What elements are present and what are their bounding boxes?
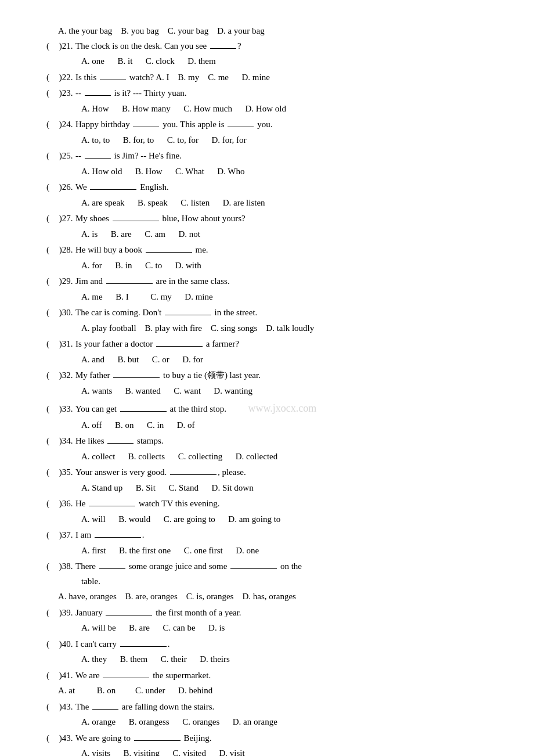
q38-options: A. have, oranges B. are, oranges C. is, …: [46, 589, 499, 604]
question-41: ( )41. We are the supermarket. A. at B. …: [46, 668, 499, 699]
question-37: ( )37. I am . A. first B. the first one …: [46, 528, 499, 558]
q39-num: )39.: [57, 606, 75, 621]
q39-options: A. will be B. are C. can be D. is: [46, 621, 499, 636]
q29-paren: (: [46, 274, 57, 289]
q26-paren: (: [46, 180, 57, 195]
q43b-num: )43.: [57, 731, 75, 746]
q27-options: A. is B. are C. am D. not: [46, 227, 499, 242]
q37-num: )37.: [57, 528, 75, 543]
q41-options: A. at B. on C. under D. behind: [46, 683, 499, 699]
question-30: ( )30. The car is coming. Don't in the s…: [46, 305, 499, 336]
q34-num: )34.: [57, 434, 75, 449]
q22-text: Is this watch? A. I B. my C. me D. mine: [75, 70, 270, 85]
q35-options: A. Stand up B. Sit C. Stand D. Sit down: [46, 481, 499, 496]
question-43a: ( )43. The are falling down the stairs. …: [46, 700, 499, 730]
q43a-num: )43.: [57, 700, 75, 715]
q32-text: My father to buy a tie (领带) last year.: [75, 368, 261, 383]
q21-text: The clock is on the desk. Can you see ?: [75, 39, 241, 54]
question-32: ( )32. My father to buy a tie (领带) last …: [46, 368, 499, 398]
q36-text: He watch TV this evening.: [75, 496, 219, 512]
question-33: ( )33. You can get at the third stop. ww…: [46, 399, 499, 433]
q21-paren: (: [46, 39, 57, 54]
q33-options: A. off B. on C. in D. of: [46, 418, 499, 433]
question-43b: ( )43. We are going to Beijing. A. visit…: [46, 731, 499, 756]
q28-paren: (: [46, 243, 57, 258]
q22-paren: (: [46, 70, 57, 85]
q43b-options: A. visits B. visiting C. visited D. visi…: [46, 746, 499, 756]
q41-paren: (: [46, 668, 57, 683]
q43a-paren: (: [46, 700, 57, 715]
q33-text: You can get at the third stop. www.jxocx…: [75, 399, 316, 417]
q24-text: Happy birthday you. This apple is you.: [75, 117, 272, 132]
question-36: ( )36. He watch TV this evening. A. will…: [46, 496, 499, 527]
q27-num: )27.: [57, 211, 75, 226]
question-27: ( )27. My shoes blue, How about yours? A…: [46, 211, 499, 242]
question-28: ( )28. He will buy a book me. A. for B. …: [46, 243, 499, 273]
question-29: ( )29. Jim and are in the same class. A.…: [46, 274, 499, 304]
q41-text: We are the supermarket.: [75, 668, 211, 683]
q31-num: )31.: [57, 337, 75, 352]
question-40: ( )40. I can't carry . A. they B. them C…: [46, 637, 499, 667]
q35-text: Your answer is very good. , please.: [75, 465, 246, 480]
question-24: ( )24. Happy birthday you. This apple is…: [46, 117, 499, 147]
q39-text: January the first month of a year.: [75, 606, 241, 621]
q21-options: A. one B. it C. clock D. them: [46, 54, 499, 69]
q36-num: )36.: [57, 496, 75, 512]
q32-num: )32.: [57, 368, 75, 383]
q33-paren: (: [46, 402, 57, 417]
q26-options: A. are speak B. speak C. listen D. are l…: [46, 196, 499, 211]
watermark-text: www.jxocx.com: [248, 402, 316, 414]
q37-options: A. first B. the first one C. one first D…: [46, 543, 499, 559]
question-31: ( )31. Is your father a doctor a farmer?…: [46, 337, 499, 367]
q28-options: A. for B. in C. to D. with: [46, 258, 499, 273]
q30-num: )30.: [57, 305, 75, 321]
q30-paren: (: [46, 305, 57, 321]
question-39: ( )39. January the first month of a year…: [46, 606, 499, 636]
q40-text: I can't carry .: [75, 637, 170, 652]
q43a-options: A. orange B. orangess C. oranges D. an o…: [46, 715, 499, 730]
q27-text: My shoes blue, How about yours?: [75, 211, 246, 226]
question-38: ( )38. There some orange juice and some …: [46, 559, 499, 604]
q25-text: -- is Jim? -- He's fine.: [75, 149, 182, 164]
q35-num: )35.: [57, 465, 75, 480]
question-26: ( )26. We English. A. are speak B. speak…: [46, 180, 499, 210]
q31-text: Is your father a doctor a farmer?: [75, 337, 239, 352]
q40-paren: (: [46, 637, 57, 652]
q34-text: He likes stamps.: [75, 434, 164, 449]
question-34: ( )34. He likes stamps. A. collect B. co…: [46, 434, 499, 464]
q24-paren: (: [46, 117, 57, 132]
q38-paren: (: [46, 559, 57, 574]
q23-paren: (: [46, 86, 57, 101]
q25-options: A. How old B. How C. What D. Who: [46, 164, 499, 179]
q26-text: We English.: [75, 180, 169, 195]
exam-content: A. the your bag B. you bag C. your bag D…: [46, 24, 499, 756]
q27-paren: (: [46, 211, 57, 226]
q37-paren: (: [46, 528, 57, 543]
q32-options: A. wants B. wanted C. want D. wanting: [46, 384, 499, 399]
header-options: A. the your bag B. you bag C. your bag D…: [46, 24, 499, 39]
question-25: ( )25. -- is Jim? -- He's fine. A. How o…: [46, 149, 499, 179]
question-22: ( )22. Is this watch? A. I B. my C. me D…: [46, 70, 499, 85]
q31-options: A. and B. but C. or D. for: [46, 352, 499, 368]
question-21: ( )21. The clock is on the desk. Can you…: [46, 39, 499, 69]
q21-num: )21.: [57, 39, 75, 54]
q26-num: )26.: [57, 180, 75, 195]
q25-paren: (: [46, 149, 57, 164]
q35-paren: (: [46, 465, 57, 480]
q36-options: A. will B. would C. are going to D. am g…: [46, 512, 499, 527]
question-35: ( )35. Your answer is very good. , pleas…: [46, 465, 499, 495]
q23-num: )23.: [57, 86, 75, 101]
q31-paren: (: [46, 337, 57, 352]
q29-num: )29.: [57, 274, 75, 289]
q36-paren: (: [46, 496, 57, 512]
q25-num: )25.: [57, 149, 75, 164]
q38-continuation: table.: [46, 574, 499, 589]
q34-paren: (: [46, 434, 57, 449]
q40-num: )40.: [57, 637, 75, 652]
q43a-text: The are falling down the stairs.: [75, 700, 214, 715]
q30-options: A. play football B. play with fire C. si…: [46, 321, 499, 336]
q38-num: )38.: [57, 559, 75, 574]
q29-text: Jim and are in the same class.: [75, 274, 230, 289]
q34-options: A. collect B. collects C. collecting D. …: [46, 449, 499, 465]
q23-text: -- is it? --- Thirty yuan.: [75, 86, 187, 101]
